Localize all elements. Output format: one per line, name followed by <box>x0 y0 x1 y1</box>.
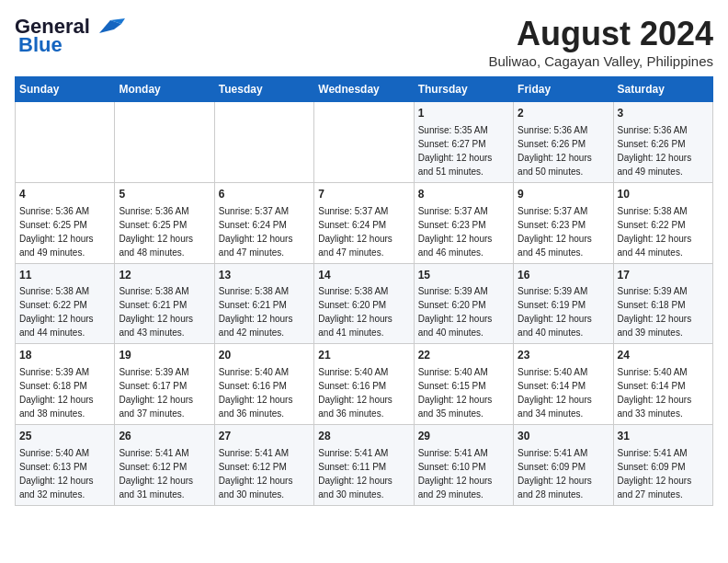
logo-blue: Blue <box>18 33 63 57</box>
calendar-cell: 25Sunrise: 5:40 AM Sunset: 6:13 PM Dayli… <box>16 425 115 506</box>
page-subtitle: Buliwao, Cagayan Valley, Philippines <box>488 53 713 69</box>
day-header-thursday: Thursday <box>414 77 513 102</box>
calendar-cell: 1Sunrise: 5:35 AM Sunset: 6:27 PM Daylig… <box>414 102 513 183</box>
calendar-cell: 31Sunrise: 5:41 AM Sunset: 6:09 PM Dayli… <box>613 425 712 506</box>
day-number: 9 <box>518 187 609 202</box>
day-number: 10 <box>618 187 709 202</box>
day-header-saturday: Saturday <box>613 77 712 102</box>
calendar-cell <box>314 102 414 183</box>
day-number: 24 <box>618 348 709 363</box>
day-number: 20 <box>219 348 310 363</box>
calendar-cell: 13Sunrise: 5:38 AM Sunset: 6:21 PM Dayli… <box>214 263 313 344</box>
day-number: 16 <box>518 268 609 283</box>
day-number: 19 <box>119 348 210 363</box>
day-number: 18 <box>19 348 110 363</box>
calendar-cell: 17Sunrise: 5:39 AM Sunset: 6:18 PM Dayli… <box>613 263 712 344</box>
day-header-friday: Friday <box>514 77 613 102</box>
cell-content: Sunrise: 5:38 AM Sunset: 6:21 PM Dayligh… <box>219 284 310 339</box>
cell-content: Sunrise: 5:41 AM Sunset: 6:10 PM Dayligh… <box>418 446 509 501</box>
header: General Blue August 2024 Buliwao, Cagaya… <box>15 15 713 69</box>
calendar-cell <box>214 102 313 183</box>
title-area: August 2024 Buliwao, Cagayan Valley, Phi… <box>488 15 713 69</box>
day-number: 22 <box>418 348 509 363</box>
calendar-cell: 29Sunrise: 5:41 AM Sunset: 6:10 PM Dayli… <box>414 425 513 506</box>
calendar-cell: 27Sunrise: 5:41 AM Sunset: 6:12 PM Dayli… <box>214 425 313 506</box>
day-number: 2 <box>518 106 609 121</box>
calendar-cell: 14Sunrise: 5:38 AM Sunset: 6:20 PM Dayli… <box>314 263 414 344</box>
day-number: 29 <box>418 429 509 444</box>
calendar-cell: 30Sunrise: 5:41 AM Sunset: 6:09 PM Dayli… <box>514 425 613 506</box>
day-number: 31 <box>618 429 709 444</box>
day-number: 26 <box>119 429 210 444</box>
day-number: 12 <box>119 268 210 283</box>
day-header-sunday: Sunday <box>16 77 115 102</box>
calendar-cell: 4Sunrise: 5:36 AM Sunset: 6:25 PM Daylig… <box>16 182 115 263</box>
day-number: 17 <box>618 268 709 283</box>
day-number: 15 <box>418 268 509 283</box>
cell-content: Sunrise: 5:37 AM Sunset: 6:24 PM Dayligh… <box>318 204 409 259</box>
day-header-monday: Monday <box>115 77 214 102</box>
calendar-cell: 7Sunrise: 5:37 AM Sunset: 6:24 PM Daylig… <box>314 182 414 263</box>
day-number: 4 <box>19 187 110 202</box>
cell-content: Sunrise: 5:36 AM Sunset: 6:25 PM Dayligh… <box>119 204 210 259</box>
cell-content: Sunrise: 5:39 AM Sunset: 6:17 PM Dayligh… <box>119 365 210 420</box>
logo: General Blue <box>15 15 129 57</box>
day-number: 28 <box>318 429 409 444</box>
cell-content: Sunrise: 5:40 AM Sunset: 6:15 PM Dayligh… <box>418 365 509 420</box>
cell-content: Sunrise: 5:41 AM Sunset: 6:12 PM Dayligh… <box>119 446 210 501</box>
calendar-table: SundayMondayTuesdayWednesdayThursdayFrid… <box>15 76 713 506</box>
calendar-cell: 5Sunrise: 5:36 AM Sunset: 6:25 PM Daylig… <box>115 182 214 263</box>
calendar-cell: 15Sunrise: 5:39 AM Sunset: 6:20 PM Dayli… <box>414 263 513 344</box>
calendar-cell: 9Sunrise: 5:37 AM Sunset: 6:23 PM Daylig… <box>514 182 613 263</box>
calendar-cell <box>115 102 214 183</box>
day-number: 14 <box>318 268 409 283</box>
calendar-cell: 8Sunrise: 5:37 AM Sunset: 6:23 PM Daylig… <box>414 182 513 263</box>
day-number: 27 <box>219 429 310 444</box>
calendar-cell: 23Sunrise: 5:40 AM Sunset: 6:14 PM Dayli… <box>514 344 613 425</box>
cell-content: Sunrise: 5:38 AM Sunset: 6:20 PM Dayligh… <box>318 284 409 339</box>
cell-content: Sunrise: 5:37 AM Sunset: 6:23 PM Dayligh… <box>418 204 509 259</box>
day-number: 11 <box>19 268 110 283</box>
cell-content: Sunrise: 5:37 AM Sunset: 6:24 PM Dayligh… <box>219 204 310 259</box>
calendar-cell: 11Sunrise: 5:38 AM Sunset: 6:22 PM Dayli… <box>16 263 115 344</box>
logo-bird-icon <box>92 17 129 37</box>
calendar-cell: 18Sunrise: 5:39 AM Sunset: 6:18 PM Dayli… <box>16 344 115 425</box>
calendar-cell: 22Sunrise: 5:40 AM Sunset: 6:15 PM Dayli… <box>414 344 513 425</box>
day-header-wednesday: Wednesday <box>314 77 414 102</box>
cell-content: Sunrise: 5:40 AM Sunset: 6:14 PM Dayligh… <box>618 365 709 420</box>
calendar-cell: 12Sunrise: 5:38 AM Sunset: 6:21 PM Dayli… <box>115 263 214 344</box>
cell-content: Sunrise: 5:41 AM Sunset: 6:12 PM Dayligh… <box>219 446 310 501</box>
calendar-cell: 19Sunrise: 5:39 AM Sunset: 6:17 PM Dayli… <box>115 344 214 425</box>
cell-content: Sunrise: 5:38 AM Sunset: 6:21 PM Dayligh… <box>119 284 210 339</box>
cell-content: Sunrise: 5:41 AM Sunset: 6:11 PM Dayligh… <box>318 446 409 501</box>
calendar-cell: 26Sunrise: 5:41 AM Sunset: 6:12 PM Dayli… <box>115 425 214 506</box>
cell-content: Sunrise: 5:35 AM Sunset: 6:27 PM Dayligh… <box>418 123 509 178</box>
cell-content: Sunrise: 5:36 AM Sunset: 6:26 PM Dayligh… <box>618 123 709 178</box>
day-number: 5 <box>119 187 210 202</box>
calendar-cell: 6Sunrise: 5:37 AM Sunset: 6:24 PM Daylig… <box>214 182 313 263</box>
cell-content: Sunrise: 5:38 AM Sunset: 6:22 PM Dayligh… <box>19 284 110 339</box>
day-number: 7 <box>318 187 409 202</box>
calendar-cell: 2Sunrise: 5:36 AM Sunset: 6:26 PM Daylig… <box>514 102 613 183</box>
cell-content: Sunrise: 5:38 AM Sunset: 6:22 PM Dayligh… <box>618 204 709 259</box>
day-number: 6 <box>219 187 310 202</box>
cell-content: Sunrise: 5:41 AM Sunset: 6:09 PM Dayligh… <box>618 446 709 501</box>
cell-content: Sunrise: 5:39 AM Sunset: 6:20 PM Dayligh… <box>418 284 509 339</box>
calendar-cell: 28Sunrise: 5:41 AM Sunset: 6:11 PM Dayli… <box>314 425 414 506</box>
day-number: 25 <box>19 429 110 444</box>
day-number: 13 <box>219 268 310 283</box>
cell-content: Sunrise: 5:36 AM Sunset: 6:26 PM Dayligh… <box>518 123 609 178</box>
page-title: August 2024 <box>488 15 713 53</box>
cell-content: Sunrise: 5:36 AM Sunset: 6:25 PM Dayligh… <box>19 204 110 259</box>
calendar-cell: 24Sunrise: 5:40 AM Sunset: 6:14 PM Dayli… <box>613 344 712 425</box>
calendar-cell: 10Sunrise: 5:38 AM Sunset: 6:22 PM Dayli… <box>613 182 712 263</box>
day-number: 30 <box>518 429 609 444</box>
cell-content: Sunrise: 5:40 AM Sunset: 6:14 PM Dayligh… <box>518 365 609 420</box>
day-number: 8 <box>418 187 509 202</box>
cell-content: Sunrise: 5:37 AM Sunset: 6:23 PM Dayligh… <box>518 204 609 259</box>
cell-content: Sunrise: 5:39 AM Sunset: 6:18 PM Dayligh… <box>19 365 110 420</box>
cell-content: Sunrise: 5:40 AM Sunset: 6:13 PM Dayligh… <box>19 446 110 501</box>
calendar-cell: 21Sunrise: 5:40 AM Sunset: 6:16 PM Dayli… <box>314 344 414 425</box>
calendar-cell: 3Sunrise: 5:36 AM Sunset: 6:26 PM Daylig… <box>613 102 712 183</box>
cell-content: Sunrise: 5:41 AM Sunset: 6:09 PM Dayligh… <box>518 446 609 501</box>
